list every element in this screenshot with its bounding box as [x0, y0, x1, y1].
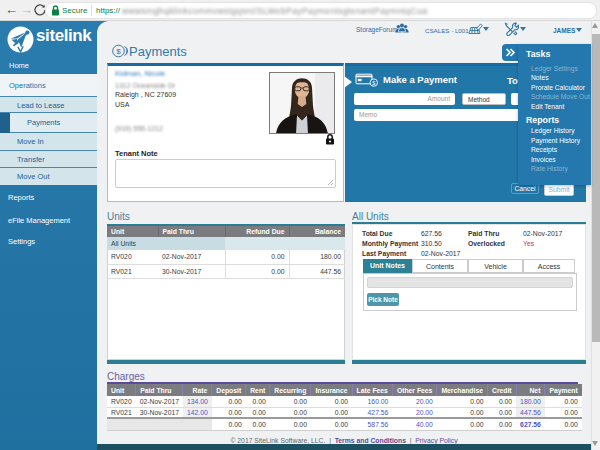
svg-text:$: $	[116, 47, 121, 56]
svg-text:$: $	[372, 80, 375, 86]
